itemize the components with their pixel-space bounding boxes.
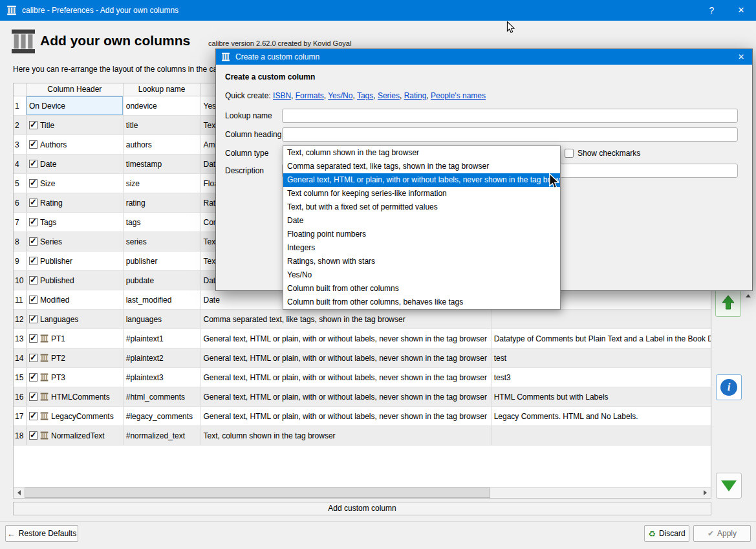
row-checkbox[interactable] [29,373,38,382]
move-up-button[interactable] [715,288,741,317]
lookup-name-cell[interactable]: languages [124,310,201,328]
datatype-cell[interactable]: General text, HTML or plain, with or wit… [200,387,491,406]
row-checkbox[interactable] [29,354,38,362]
description-cell[interactable] [491,426,711,445]
column-type-option[interactable]: Text, but with a fixed set of permitted … [283,200,560,214]
scroll-up-button[interactable] [744,291,753,300]
row-checkbox[interactable] [29,296,38,304]
lookup-name-cell[interactable]: title [124,116,201,135]
row-checkbox[interactable] [29,199,38,207]
column-type-option[interactable]: Yes/No [283,268,560,282]
lookup-name-cell[interactable]: authors [124,135,201,154]
lookup-name-cell[interactable]: #plaintext1 [124,329,201,348]
quick-create-link[interactable]: ISBN [273,91,291,100]
quick-create-link[interactable]: Rating [404,91,427,100]
row-checkbox[interactable] [29,334,38,343]
column-type-option[interactable]: Comma separated text, like tags, shown i… [283,160,560,173]
column-header-cell[interactable]: Languages [27,310,124,328]
lookup-name-input[interactable] [282,109,738,123]
restore-defaults-button[interactable]: ← Restore Defaults [5,525,78,542]
datatype-cell[interactable]: Text, column shown in the tag browser [200,426,491,445]
lookup-name-cell[interactable]: #plaintext3 [124,368,201,387]
row-checkbox[interactable] [29,315,38,323]
dialog-close-button[interactable]: ✕ [730,49,752,65]
lookup-name-cell[interactable]: #normalized_text [124,426,201,445]
datatype-cell[interactable]: General text, HTML or plain, with or wit… [200,349,491,367]
column-type-option[interactable]: Column built from other columns [283,282,560,296]
column-header-cell[interactable]: Modified [27,290,124,309]
table-row[interactable]: 13PT1#plaintext1General text, HTML or pl… [14,329,711,349]
column-header-cell[interactable]: Size [27,174,124,193]
row-checkbox[interactable] [29,276,38,285]
column-type-option[interactable]: Text column for keeping series-like info… [283,187,560,200]
description-cell[interactable]: HTML Comments but with Labels [491,387,711,406]
lookup-name-cell[interactable]: pubdate [124,271,201,290]
row-checkbox[interactable] [29,140,38,149]
row-checkbox[interactable] [29,412,38,420]
quick-create-link[interactable]: Tags [357,91,373,100]
quick-create-link[interactable]: Series [378,91,400,100]
column-header-cell[interactable]: HTMLComments [27,387,124,406]
column-header-cell[interactable]: PT1 [27,329,124,348]
quick-create-link[interactable]: Yes/No [328,91,352,100]
column-type-option[interactable]: Date [283,214,560,228]
column-type-option[interactable]: Floating point numbers [283,228,560,241]
row-checkbox[interactable] [29,160,38,168]
lookup-name-cell[interactable]: publisher [124,252,201,270]
column-heading-input[interactable] [282,127,738,142]
table-row[interactable]: 18NormalizedText#normalized_textText, co… [14,426,711,446]
apply-button[interactable]: ✔ Apply [693,525,751,542]
datatype-cell[interactable]: General text, HTML or plain, with or wit… [200,329,491,348]
column-header-cell[interactable]: Publisher [27,252,124,270]
quick-create-link[interactable]: Formats [296,91,324,100]
header-lookup-name[interactable]: Lookup name [124,83,201,96]
lookup-name-cell[interactable]: #legacy_comments [124,407,201,425]
lookup-name-cell[interactable]: #plaintext2 [124,349,201,367]
row-checkbox[interactable] [29,237,38,246]
column-header-cell[interactable]: PT2 [27,349,124,367]
datatype-cell[interactable]: General text, HTML or plain, with or wit… [200,368,491,387]
lookup-name-cell[interactable]: timestamp [124,155,201,173]
row-checkbox[interactable] [29,431,38,440]
column-header-cell[interactable]: Series [27,232,124,251]
header-column-header[interactable]: Column Header [27,83,124,96]
column-type-option[interactable]: Integers [283,241,560,255]
row-checkbox[interactable] [29,257,38,265]
column-header-cell[interactable]: LegacyComments [27,407,124,425]
scroll-left-button[interactable] [14,488,25,498]
row-checkbox[interactable] [29,393,38,401]
table-row[interactable]: 15PT3#plaintext3General text, HTML or pl… [14,368,711,387]
datatype-cell[interactable]: Comma separated text, like tags, shown i… [200,310,491,328]
horizontal-scrollbar[interactable] [14,487,711,498]
column-type-option[interactable]: General text, HTML or plain, with or wit… [283,173,560,187]
column-header-cell[interactable]: PT3 [27,368,124,387]
quick-create-link[interactable]: People's names [431,91,486,100]
column-type-option[interactable]: Column built from other columns, behaves… [283,296,560,309]
column-header-cell[interactable]: Published [27,271,124,290]
column-type-listbox[interactable]: Text, column shown in the tag browserCom… [283,145,561,310]
show-checkmarks-checkbox[interactable] [565,149,574,158]
table-row[interactable]: 17LegacyComments#legacy_commentsGeneral … [14,407,711,426]
column-header-cell[interactable]: Authors [27,135,124,154]
column-header-cell[interactable]: On Device [27,96,124,115]
scrollbar-thumb[interactable] [25,488,490,498]
description-cell[interactable] [491,310,711,328]
lookup-name-cell[interactable]: tags [124,213,201,231]
table-row[interactable]: 14PT2#plaintext2General text, HTML or pl… [14,349,711,368]
column-header-cell[interactable]: Title [27,116,124,135]
discard-button[interactable]: ♻ Discard [644,525,689,542]
column-type-option[interactable]: Text, column shown in the tag browser [283,146,560,160]
column-header-cell[interactable]: NormalizedText [27,426,124,445]
lookup-name-cell[interactable]: series [124,232,201,251]
move-down-button[interactable] [716,473,742,499]
lookup-name-cell[interactable]: rating [124,193,201,212]
add-custom-column-button[interactable]: Add custom column [13,502,711,515]
column-header-cell[interactable]: Date [27,155,124,173]
scroll-right-button[interactable] [700,488,711,498]
lookup-name-cell[interactable]: ondevice [124,96,201,115]
lookup-name-cell[interactable]: last_modified [124,290,201,309]
table-row[interactable]: 16HTMLComments#html_commentsGeneral text… [14,387,711,407]
description-cell[interactable]: Legacy Comments. HTML and No Labels. [491,407,711,425]
column-header-cell[interactable]: Tags [27,213,124,231]
description-cell[interactable]: test [491,349,711,367]
